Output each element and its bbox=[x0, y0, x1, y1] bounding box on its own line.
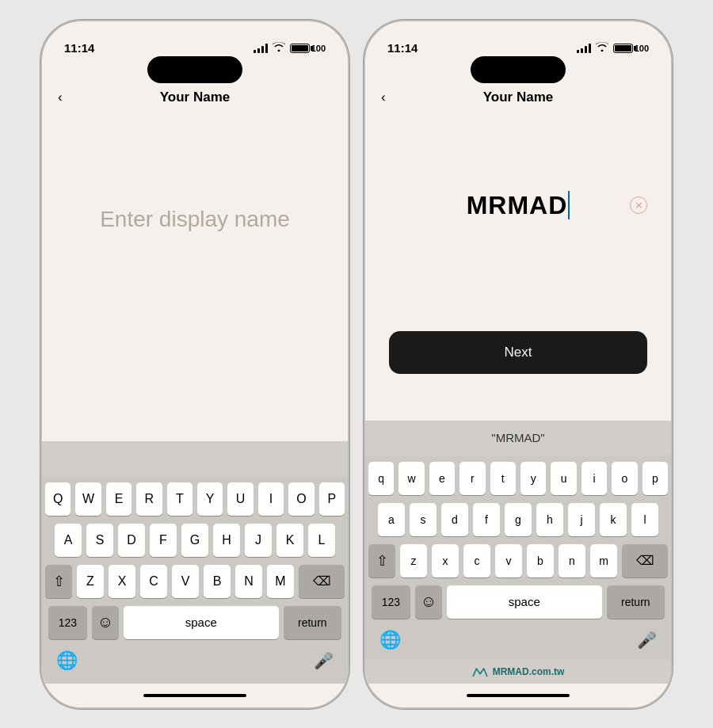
key-z[interactable]: z bbox=[400, 544, 427, 577]
signal-icon-right bbox=[577, 44, 591, 53]
key-d[interactable]: d bbox=[441, 503, 468, 536]
key-Z[interactable]: Z bbox=[77, 565, 104, 598]
key-f[interactable]: f bbox=[473, 503, 500, 536]
key-O[interactable]: O bbox=[288, 482, 314, 516]
key-m[interactable]: m bbox=[590, 544, 617, 577]
key-emoji-right[interactable]: ☺ bbox=[415, 585, 442, 619]
key-B[interactable]: B bbox=[204, 565, 231, 598]
key-j[interactable]: j bbox=[568, 503, 595, 536]
key-e[interactable]: e bbox=[429, 462, 455, 495]
key-t[interactable]: t bbox=[490, 462, 516, 495]
autocomplete-suggestion-right[interactable]: "MRMAD" bbox=[491, 431, 544, 444]
key-p[interactable]: p bbox=[642, 462, 668, 495]
delete-icon-right: ⌫ bbox=[636, 553, 654, 568]
key-S[interactable]: S bbox=[86, 524, 113, 557]
key-V[interactable]: V bbox=[172, 565, 199, 598]
key-a[interactable]: a bbox=[378, 503, 405, 536]
key-h[interactable]: h bbox=[536, 503, 563, 536]
key-v[interactable]: v bbox=[495, 544, 522, 577]
key-space-left[interactable]: space bbox=[124, 606, 279, 639]
watermark-logo-icon bbox=[472, 666, 488, 677]
nav-bar-right: ‹ Your Name bbox=[365, 83, 671, 112]
signal-icon bbox=[254, 44, 268, 53]
dynamic-island-left bbox=[147, 56, 242, 83]
key-L[interactable]: L bbox=[308, 524, 335, 557]
text-cursor bbox=[568, 191, 570, 219]
key-J[interactable]: J bbox=[245, 524, 272, 557]
key-w[interactable]: w bbox=[398, 462, 424, 495]
key-F[interactable]: F bbox=[150, 524, 177, 557]
key-row-3-right: ⇧ z x c v b n m ⌫ bbox=[368, 544, 668, 577]
key-c[interactable]: c bbox=[463, 544, 490, 577]
key-q[interactable]: q bbox=[368, 462, 394, 495]
key-C[interactable]: C bbox=[140, 565, 167, 598]
key-row-2-right: a s d f g h j k l bbox=[368, 503, 668, 536]
key-R[interactable]: R bbox=[136, 482, 162, 516]
shift-icon-right: ⇧ bbox=[376, 552, 388, 570]
key-N[interactable]: N bbox=[235, 565, 262, 598]
key-return-right[interactable]: return bbox=[607, 585, 665, 619]
nav-bar-left: ‹ Your Name bbox=[42, 83, 348, 112]
key-globe-right[interactable]: 🌐 bbox=[375, 623, 405, 657]
key-H[interactable]: H bbox=[213, 524, 240, 557]
key-s[interactable]: s bbox=[410, 503, 437, 536]
key-x[interactable]: x bbox=[432, 544, 459, 577]
key-delete[interactable]: ⌫ bbox=[299, 565, 345, 598]
autocomplete-bar-right: "MRMAD" bbox=[365, 421, 671, 455]
key-Q[interactable]: Q bbox=[45, 482, 71, 516]
key-b[interactable]: b bbox=[527, 544, 554, 577]
key-T[interactable]: T bbox=[167, 482, 193, 516]
key-K[interactable]: K bbox=[276, 524, 303, 557]
back-button-left[interactable]: ‹ bbox=[58, 90, 63, 105]
key-n[interactable]: n bbox=[559, 544, 585, 577]
key-row-1-left: Q W E R T Y U I O P bbox=[45, 482, 345, 516]
key-mic-left[interactable]: 🎤 bbox=[308, 644, 338, 677]
key-i[interactable]: i bbox=[581, 462, 607, 495]
next-button[interactable]: Next bbox=[389, 331, 647, 374]
key-E[interactable]: E bbox=[106, 482, 132, 516]
status-time-left: 11:14 bbox=[64, 41, 94, 55]
key-M[interactable]: M bbox=[267, 565, 294, 598]
back-arrow-right: ‹ bbox=[381, 90, 386, 105]
back-button-right[interactable]: ‹ bbox=[381, 90, 386, 105]
key-D[interactable]: D bbox=[118, 524, 145, 557]
key-mic-right[interactable]: 🎤 bbox=[631, 623, 662, 657]
status-icons-right: 100 bbox=[577, 42, 649, 54]
home-indicator-left bbox=[42, 684, 348, 707]
nav-title-right: Your Name bbox=[483, 90, 554, 105]
key-row-icons-left: 🌐 🎤 bbox=[45, 644, 345, 677]
key-k[interactable]: k bbox=[600, 503, 627, 536]
key-U[interactable]: U bbox=[227, 482, 253, 516]
key-space-right[interactable]: space bbox=[447, 585, 602, 619]
key-A[interactable]: A bbox=[55, 524, 82, 557]
key-I[interactable]: I bbox=[258, 482, 284, 516]
key-shift-right[interactable]: ⇧ bbox=[368, 544, 395, 577]
watermark-text: MRMAD.com.tw bbox=[493, 666, 565, 677]
name-input-text[interactable]: MRMAD bbox=[467, 191, 568, 220]
key-Y[interactable]: Y bbox=[197, 482, 223, 516]
key-y[interactable]: y bbox=[520, 462, 546, 495]
status-icons-left: 100 bbox=[254, 42, 326, 54]
key-row-bottom-right: 123 ☺ space return bbox=[368, 585, 668, 619]
battery-icon: 100 bbox=[290, 44, 326, 53]
key-delete-right[interactable]: ⌫ bbox=[622, 544, 668, 577]
key-g[interactable]: g bbox=[505, 503, 532, 536]
key-u[interactable]: u bbox=[551, 462, 576, 495]
name-placeholder[interactable]: Enter display name bbox=[100, 207, 290, 232]
key-num-right[interactable]: 123 bbox=[372, 585, 410, 619]
key-G[interactable]: G bbox=[181, 524, 208, 557]
key-shift[interactable]: ⇧ bbox=[45, 565, 72, 598]
key-emoji-left[interactable]: ☺ bbox=[92, 606, 119, 639]
keyboard-left: Q W E R T Y U I O P A S D F G H J K L ⇧ … bbox=[42, 476, 348, 684]
key-return-left[interactable]: return bbox=[284, 606, 341, 639]
home-bar-right bbox=[467, 694, 570, 697]
key-l[interactable]: l bbox=[631, 503, 658, 536]
key-X[interactable]: X bbox=[109, 565, 135, 598]
clear-button[interactable]: ✕ bbox=[630, 196, 647, 214]
key-P[interactable]: P bbox=[319, 482, 345, 516]
key-globe-left[interactable]: 🌐 bbox=[51, 644, 82, 677]
key-W[interactable]: W bbox=[75, 482, 101, 516]
key-o[interactable]: o bbox=[612, 462, 637, 495]
key-r[interactable]: r bbox=[459, 462, 485, 495]
key-num-left[interactable]: 123 bbox=[48, 606, 87, 639]
